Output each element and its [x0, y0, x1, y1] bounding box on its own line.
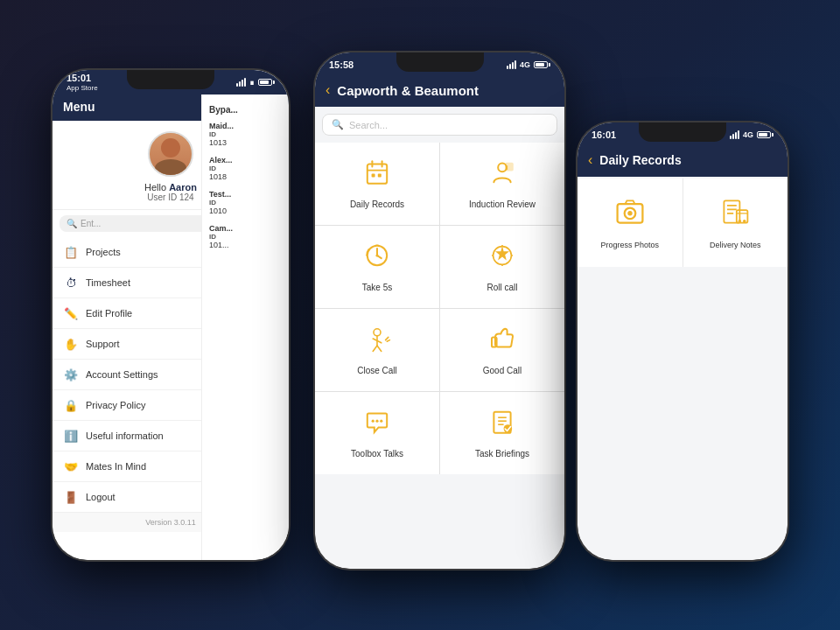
- status-bar-2: 15:58 4G: [315, 52, 564, 77]
- toolbox-talks-icon: [363, 408, 391, 442]
- svg-point-18: [372, 420, 374, 423]
- close-call-icon: [363, 325, 391, 359]
- svg-rect-29: [724, 200, 740, 222]
- svg-point-19: [375, 420, 378, 423]
- app-grid: Daily Records i Induction Review: [315, 143, 564, 474]
- mates-icon: 🤝: [63, 458, 79, 474]
- status-bar-3: 16:01 4G: [578, 122, 788, 147]
- svg-rect-17: [492, 337, 497, 346]
- search-icon-2: 🔍: [332, 119, 344, 130]
- grid-item-toolbox-talks[interactable]: Toolbox Talks: [315, 392, 439, 474]
- svg-point-28: [627, 211, 632, 215]
- phones-container: 15:01 App Store ∎: [26, 26, 814, 604]
- grid-item-daily-records[interactable]: Daily Records: [315, 143, 439, 225]
- good-call-label: Good Call: [483, 366, 522, 375]
- phone-menu: 15:01 App Store ∎: [52, 70, 289, 560]
- progress-photos-label: Progress Photos: [600, 241, 659, 249]
- delivery-notes-icon: [719, 196, 751, 234]
- phone-daily-screen: 16:01 4G ‹: [578, 122, 788, 560]
- take5-icon: [363, 242, 391, 276]
- user-id: User ID 124: [147, 192, 193, 202]
- projects-icon: 📋: [63, 244, 79, 260]
- bypass-panel: Bypa... Maid... ID 1013 Alex... ID 1018 …: [201, 70, 289, 560]
- daily-grid: Progress Photos: [578, 178, 788, 267]
- status-bar-1: 15:01 App Store ∎: [52, 70, 289, 94]
- search-text-2: Search...: [349, 120, 388, 130]
- status-icons-3: 4G: [730, 130, 774, 139]
- grid-item-close-call[interactable]: Close Call: [315, 309, 439, 391]
- useful-info-icon: ℹ️: [63, 428, 79, 444]
- daily-header-title: Daily Records: [599, 153, 681, 167]
- phone-menu-screen: 15:01 App Store ∎: [52, 70, 289, 560]
- svg-point-16: [374, 329, 381, 336]
- app-header: ‹ Capworth & Beaumont: [315, 77, 564, 107]
- grid-item-take5[interactable]: Take 5s: [315, 226, 439, 308]
- svg-rect-5: [378, 174, 382, 178]
- time-3: 16:01: [592, 130, 616, 140]
- good-call-icon: [488, 325, 516, 359]
- grid-item-rollcall[interactable]: Roll call: [440, 226, 564, 308]
- bypass-item-1: Maid... ID 1013: [209, 122, 282, 147]
- grid-item-good-call[interactable]: Good Call: [440, 309, 564, 391]
- signal-icon-3: [730, 130, 739, 139]
- bypass-title: Bypa...: [209, 105, 282, 115]
- phone-main: 15:58 4G ‹: [315, 52, 564, 569]
- signal-icon-2: [507, 60, 516, 69]
- daily-records-icon: [363, 158, 391, 192]
- grid-item-induction-review[interactable]: i Induction Review: [440, 143, 564, 225]
- support-icon: ✋: [63, 336, 79, 352]
- rollcall-icon: [488, 242, 516, 276]
- svg-rect-4: [372, 174, 375, 178]
- subtitle-1: App Store: [66, 84, 98, 93]
- bypass-item-3: Test... ID 1010: [209, 190, 282, 215]
- battery-icon-2: [534, 61, 550, 68]
- battery-icon-1: [258, 79, 275, 86]
- close-call-label: Close Call: [357, 366, 397, 375]
- svg-point-20: [380, 420, 382, 423]
- take5-label: Take 5s: [362, 283, 392, 292]
- timesheet-icon: ⏱: [63, 275, 79, 290]
- time-1: 15:01: [66, 73, 98, 84]
- back-button-2[interactable]: ‹: [326, 82, 330, 98]
- delivery-notes-label: Delivery Notes: [710, 241, 761, 249]
- search-input-2[interactable]: 🔍 Search...: [322, 114, 557, 136]
- time-2: 15:58: [329, 60, 354, 70]
- menu-title: Menu: [63, 100, 95, 114]
- status-icons-2: 4G: [507, 60, 550, 69]
- logout-icon: 🚪: [63, 489, 79, 505]
- svg-rect-0: [368, 164, 387, 183]
- task-briefings-label: Task Briefings: [475, 449, 529, 458]
- avatar: [148, 131, 193, 177]
- svg-point-34: [738, 220, 742, 223]
- search-icon: 🔍: [66, 219, 77, 228]
- rollcall-label: Roll call: [486, 283, 517, 292]
- privacy-policy-icon: 🔒: [63, 397, 79, 413]
- back-button-3[interactable]: ‹: [588, 152, 592, 168]
- bypass-item-2: Alex... ID 1018: [209, 156, 282, 181]
- wifi-icon-1: ∎: [249, 78, 255, 87]
- phone-main-screen: 15:58 4G ‹: [315, 52, 564, 569]
- edit-profile-icon: ✏️: [63, 305, 79, 321]
- svg-text:i: i: [507, 164, 508, 171]
- account-settings-icon: ⚙️: [63, 367, 79, 382]
- svg-point-35: [743, 220, 746, 223]
- status-icons-1: ∎: [236, 78, 275, 87]
- grid-item-delivery-notes[interactable]: Delivery Notes: [683, 178, 788, 267]
- hello-text: Hello Aaron: [144, 182, 197, 192]
- phone-daily-records: 16:01 4G ‹: [578, 122, 788, 560]
- search-placeholder: Ent...: [80, 219, 101, 228]
- svg-point-10: [375, 254, 378, 256]
- induction-review-label: Induction Review: [469, 200, 536, 209]
- toolbox-talks-label: Toolbox Talks: [351, 449, 403, 458]
- task-briefings-icon: [488, 408, 516, 442]
- progress-photos-icon: [614, 196, 646, 234]
- grid-item-progress-photos[interactable]: Progress Photos: [578, 178, 682, 267]
- grid-item-task-briefings[interactable]: Task Briefings: [440, 392, 564, 474]
- induction-review-icon: i: [488, 158, 516, 192]
- daily-records-label: Daily Records: [350, 200, 404, 209]
- network-type-2: 4G: [520, 60, 530, 69]
- bypass-item-4: Cam... ID 101...: [209, 224, 282, 249]
- app-header-title: Capworth & Beaumont: [337, 83, 479, 98]
- network-type-3: 4G: [743, 130, 753, 139]
- signal-icon-1: [236, 78, 246, 87]
